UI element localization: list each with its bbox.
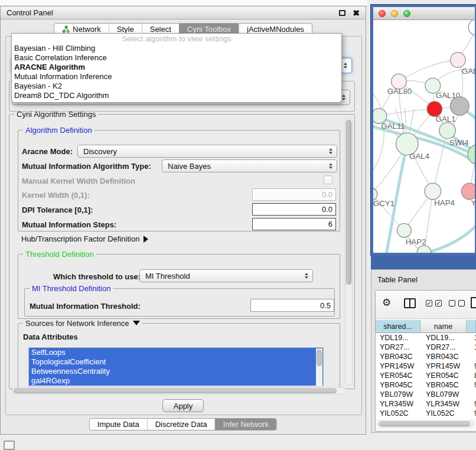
close-icon[interactable]: ✖ bbox=[353, 10, 360, 16]
table-cell[interactable]: YBR043C bbox=[376, 352, 420, 361]
checked-checkbox-icon[interactable]: ✓ bbox=[426, 300, 432, 306]
column-header-name[interactable]: name bbox=[420, 320, 467, 332]
data-attribute-item[interactable]: BetweennessCentrality bbox=[29, 367, 323, 376]
minimize-traffic-light-icon[interactable] bbox=[391, 10, 398, 17]
scrollbar-thumb[interactable] bbox=[379, 422, 470, 426]
float-window-icon[interactable] bbox=[339, 10, 345, 16]
hub-definition-toggle[interactable]: Hub/Transcription Factor Definition bbox=[21, 234, 148, 243]
scrollbar-thumb[interactable] bbox=[14, 389, 337, 393]
table-cell[interactable]: YBL079W bbox=[376, 390, 420, 399]
table-cell[interactable] bbox=[467, 390, 476, 399]
table-cell[interactable]: YLR345W bbox=[376, 399, 420, 409]
close-traffic-light-icon[interactable] bbox=[379, 10, 386, 17]
table-row[interactable]: YER054CYER054C8. bbox=[376, 371, 476, 380]
dpi-tolerance-field[interactable]: 0.0 bbox=[252, 203, 336, 216]
zoom-traffic-light-icon[interactable] bbox=[403, 10, 410, 17]
table-cell[interactable]: YBL079W bbox=[420, 390, 467, 399]
table-cell[interactable]: YIL052C bbox=[420, 409, 467, 418]
sources-group-title[interactable]: Sources for Network Inference bbox=[23, 319, 142, 328]
scrollbar-thumb[interactable] bbox=[317, 350, 322, 366]
algorithm-option[interactable]: Mutual Information Inference bbox=[12, 72, 341, 81]
data-attribute-item[interactable]: gal4RGexp bbox=[29, 376, 323, 386]
table-cell[interactable]: 12 bbox=[467, 343, 476, 352]
data-attribute-item[interactable]: TopologicalCoefficient bbox=[29, 357, 323, 367]
tab-discretize-data[interactable]: Discretize Data bbox=[147, 419, 215, 430]
which-threshold-combobox[interactable]: MI Threshold bbox=[139, 269, 313, 282]
network-edge[interactable] bbox=[399, 60, 458, 82]
settings-vertical-scrollbar[interactable] bbox=[345, 118, 353, 385]
algorithm-option[interactable]: Bayesian - Hill Climbing bbox=[12, 44, 341, 53]
column-header-shared-name[interactable]: shared... bbox=[376, 320, 420, 332]
network-edge[interactable] bbox=[373, 92, 384, 174]
tab-impute-data[interactable]: Impute Data bbox=[90, 419, 147, 430]
column-header-clipped[interactable] bbox=[467, 320, 476, 332]
table-cell[interactable]: 9. bbox=[467, 361, 476, 371]
minimized-panel-icon[interactable] bbox=[4, 441, 15, 450]
table-row[interactable]: YPR145WYPR145W9. bbox=[376, 361, 476, 371]
table-cell[interactable] bbox=[467, 352, 476, 361]
table-cell[interactable]: 13 bbox=[467, 333, 476, 343]
network-node[interactable] bbox=[461, 183, 475, 200]
mi-type-combobox[interactable]: Naive Bayes bbox=[162, 159, 337, 172]
table-cell[interactable]: YIL052C bbox=[376, 409, 420, 418]
network-view-window[interactable]: GALGAL80GAL10GAL1SWI4GAL11GAL4GCY1HAP4YH… bbox=[371, 5, 476, 255]
table-row[interactable]: YLR345WYLR345W9. bbox=[376, 399, 476, 409]
settings-horizontal-scrollbar[interactable] bbox=[12, 387, 346, 394]
network-node[interactable] bbox=[397, 223, 412, 237]
table-row[interactable]: YBR043CYBR043C bbox=[376, 352, 476, 361]
table-cell[interactable]: 9. bbox=[467, 380, 476, 390]
table-cell[interactable]: 9. bbox=[467, 399, 476, 409]
table-cell[interactable]: YDL19... bbox=[420, 333, 467, 343]
tab-infer-network[interactable]: Infer Network bbox=[215, 419, 276, 430]
data-attributes-list[interactable]: SelfLoopsTopologicalCoefficientBetweenne… bbox=[28, 347, 324, 387]
table-cell[interactable]: YPR145W bbox=[376, 361, 420, 371]
algorithm-option[interactable]: Basic Correlation Inference bbox=[12, 53, 341, 63]
unchecked-checkbox-icon[interactable] bbox=[449, 300, 455, 306]
table-cell[interactable]: 9. bbox=[467, 409, 476, 418]
mi-steps-field[interactable]: 6 bbox=[252, 218, 336, 230]
network-node[interactable] bbox=[468, 20, 475, 35]
table-cell[interactable]: YER054C bbox=[420, 371, 467, 380]
table-cell[interactable]: YBR043C bbox=[420, 352, 467, 361]
table-row[interactable]: YBL079WYBL079W bbox=[376, 390, 476, 399]
network-node[interactable] bbox=[450, 53, 465, 68]
table-row[interactable]: YDL19...YDL19...13 bbox=[376, 333, 476, 343]
table-horizontal-scrollbar[interactable] bbox=[377, 420, 473, 428]
apply-button[interactable]: Apply bbox=[162, 399, 204, 412]
network-node[interactable] bbox=[439, 122, 456, 139]
table-row[interactable]: YBR045CYBR045C9. bbox=[376, 380, 476, 390]
table-row[interactable]: YDR27...YDR27...12 bbox=[376, 343, 476, 352]
algorithm-option[interactable]: ARACNE Algorithm bbox=[12, 63, 341, 72]
network-window-titlebar[interactable] bbox=[373, 7, 475, 20]
table-cell[interactable]: YDR27... bbox=[420, 343, 467, 352]
network-node[interactable] bbox=[450, 97, 469, 116]
table-cell[interactable]: YBR045C bbox=[420, 380, 467, 390]
table-body[interactable]: YDL19...YDL19...13YDR27...YDR27...12YBR0… bbox=[376, 333, 476, 419]
list-vertical-scrollbar[interactable] bbox=[316, 348, 322, 386]
table-cell[interactable]: YER054C bbox=[376, 371, 420, 380]
table-cell[interactable]: YPR145W bbox=[420, 361, 467, 371]
network-node[interactable] bbox=[425, 183, 441, 200]
algorithm-option[interactable]: Dream8 DC_TDC Algorithm bbox=[12, 91, 341, 100]
table-cell[interactable]: YDL19... bbox=[376, 333, 420, 343]
algorithm-option[interactable]: Bayesian - K2 bbox=[12, 81, 341, 91]
document-icon[interactable] bbox=[471, 297, 476, 308]
aracne-mode-combobox[interactable]: Discovery bbox=[77, 145, 337, 158]
network-edge[interactable] bbox=[379, 109, 435, 116]
network-node[interactable] bbox=[417, 246, 431, 253]
split-columns-icon[interactable] bbox=[404, 298, 416, 308]
manual-kernel-checkbox[interactable] bbox=[324, 175, 332, 184]
checked-checkbox-icon[interactable]: ✓ bbox=[435, 300, 442, 306]
unchecked-checkbox-icon[interactable] bbox=[458, 300, 465, 306]
network-canvas[interactable]: GALGAL80GAL10GAL1SWI4GAL11GAL4GCY1HAP4YH… bbox=[373, 20, 475, 253]
table-cell[interactable]: YDR27... bbox=[376, 343, 420, 352]
table-cell[interactable]: YLR345W bbox=[420, 399, 467, 409]
kernel-width-field[interactable]: 0.0 bbox=[252, 188, 336, 201]
table-cell[interactable]: YBR045C bbox=[376, 380, 420, 390]
table-cell[interactable]: 8. bbox=[467, 371, 476, 380]
scrollbar-thumb[interactable] bbox=[346, 120, 351, 285]
data-attribute-item[interactable]: SelfLoops bbox=[29, 348, 323, 357]
table-row[interactable]: YIL052CYIL052C9. bbox=[376, 409, 476, 418]
mi-threshold-field[interactable]: 0.5 bbox=[250, 299, 334, 312]
gear-icon[interactable]: ⚙ bbox=[382, 298, 391, 308]
